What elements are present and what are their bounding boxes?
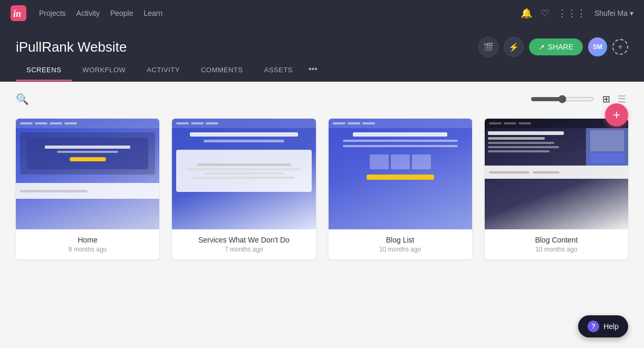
screen-preview-home — [16, 119, 159, 229]
project-actions: 🎬 ⚡ ↗ SHARE SM + — [478, 37, 628, 57]
tab-workflow[interactable]: WORKFLOW — [72, 59, 136, 81]
favorites-icon[interactable]: ♡ — [541, 7, 549, 19]
screen-name-blog-content: Blog Content — [493, 236, 620, 244]
toolbar: 🔍 ⊞ ☰ — [16, 92, 628, 106]
tab-comments[interactable]: COMMENTS — [190, 59, 254, 81]
tab-bar: SCREENS WORKFLOW ACTIVITY COMMENTS ASSET… — [0, 57, 644, 82]
screen-info-services: Services What We Don't Do 7 months ago — [172, 229, 315, 259]
preview-nav-blog — [329, 119, 472, 128]
screen-card-blog-content[interactable]: Blog Content 10 months ago — [485, 119, 628, 259]
screen-name-services: Services What We Don't Do — [180, 236, 307, 244]
preview-content — [16, 128, 159, 183]
nav-activity[interactable]: Activity — [76, 9, 100, 17]
screen-time-blog-content: 10 months ago — [493, 246, 620, 253]
share-button[interactable]: ↗ SHARE — [529, 38, 583, 55]
svg-text:in: in — [13, 8, 21, 19]
avatar: SM — [588, 37, 607, 56]
preview-content-blog — [329, 128, 472, 184]
user-name: Shufei Ma — [594, 9, 628, 17]
screen-card-services[interactable]: Services What We Don't Do 7 months ago — [172, 119, 315, 259]
screen-time-services: 7 months ago — [180, 246, 307, 253]
search-button[interactable]: 🔍 — [16, 93, 29, 105]
screen-name-home: Home — [24, 236, 151, 244]
help-button[interactable]: ? Help — [578, 315, 628, 324]
nav-links: Projects Activity People Learn — [39, 9, 508, 17]
apps-icon[interactable]: ⋮⋮⋮ — [558, 7, 586, 19]
share-icon: ↗ — [539, 43, 545, 51]
nav-projects[interactable]: Projects — [39, 9, 66, 17]
add-member-button[interactable]: + — [612, 39, 628, 55]
zoom-slider[interactable] — [531, 95, 594, 103]
screens-grid: Home 8 months ago — [16, 119, 628, 259]
screen-preview-blog-list — [329, 119, 472, 229]
screen-time-blog-list: 10 months ago — [337, 246, 464, 253]
add-screen-button[interactable]: + — [605, 103, 628, 127]
share-label: SHARE — [548, 43, 573, 51]
nav-learn[interactable]: Learn — [144, 9, 163, 17]
screen-card-home[interactable]: Home 8 months ago — [16, 119, 159, 259]
content-area: 🔍 ⊞ ☰ — [0, 82, 644, 324]
help-icon: ? — [588, 321, 599, 324]
preview-content-services — [172, 128, 315, 196]
nav-right: 🔔 ♡ ⋮⋮⋮ Shufei Ma ▾ — [521, 7, 633, 19]
nav-people[interactable]: People — [110, 9, 133, 17]
help-label: Help — [603, 322, 619, 324]
project-header: iPullRank Website 🎬 ⚡ ↗ SHARE SM + — [0, 26, 644, 57]
preview-nav-services — [172, 119, 315, 128]
user-dropdown-icon: ▾ — [630, 9, 633, 17]
preview-bottom — [16, 183, 159, 199]
tab-more-button[interactable]: ••• — [303, 57, 323, 81]
notifications-icon[interactable]: 🔔 — [521, 7, 532, 19]
video-button[interactable]: 🎬 — [478, 37, 498, 57]
lightning-button[interactable]: ⚡ — [504, 37, 524, 57]
invision-logo[interactable]: in — [11, 5, 26, 21]
project-title: iPullRank Website — [16, 39, 127, 55]
screen-info-blog-list: Blog List 10 months ago — [329, 229, 472, 259]
tab-screens[interactable]: SCREENS — [16, 59, 72, 81]
grid-view-button[interactable]: ⊞ — [600, 92, 612, 106]
top-navigation: in Projects Activity People Learn 🔔 ♡ ⋮⋮… — [0, 0, 644, 26]
preview-images — [370, 154, 431, 169]
screen-info-home: Home 8 months ago — [16, 229, 159, 259]
screen-card-blog-list[interactable]: Blog List 10 months ago — [329, 119, 472, 259]
screen-preview-blog-content — [485, 119, 628, 229]
tab-assets[interactable]: ASSETS — [254, 59, 303, 81]
screen-info-blog-content: Blog Content 10 months ago — [485, 229, 628, 259]
screen-time-home: 8 months ago — [24, 246, 151, 253]
tab-activity[interactable]: ACTIVITY — [136, 59, 190, 81]
screen-name-blog-list: Blog List — [337, 236, 464, 244]
preview-nav — [16, 119, 159, 128]
screen-preview-services — [172, 119, 315, 229]
user-menu[interactable]: Shufei Ma ▾ — [594, 9, 633, 17]
